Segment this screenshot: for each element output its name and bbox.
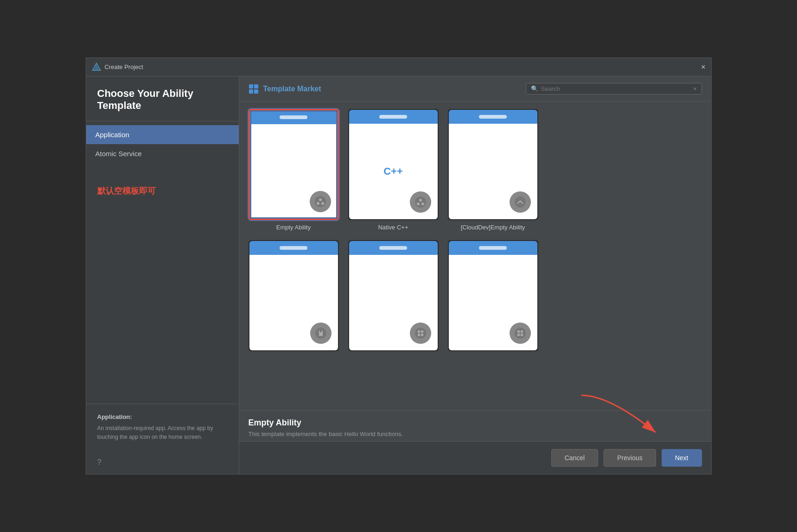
phone-top-bar-2	[349, 110, 438, 124]
phone-icon-6	[510, 323, 531, 344]
sidebar: Choose Your Ability Template Application…	[86, 76, 239, 474]
window-title: Create Project	[105, 63, 701, 70]
phone-top-bar-4	[249, 241, 338, 255]
template-preview-native-cpp[interactable]: C++	[348, 109, 439, 220]
template-name-clouddev: [CloudDev]Empty Ability	[461, 224, 525, 231]
phone-icon-1	[310, 191, 331, 212]
svg-rect-27	[521, 334, 523, 336]
phone-screen-4	[249, 255, 338, 350]
phone-screen-text-2: C++	[383, 165, 403, 177]
template-card-5[interactable]	[348, 240, 439, 355]
phone-mockup-2: C++	[349, 110, 438, 219]
top-bar-indicator-5	[379, 246, 407, 250]
svg-rect-4	[249, 89, 253, 94]
template-name-empty-ability: Empty Ability	[276, 224, 311, 231]
sidebar-item-atomic-service[interactable]: Atomic Service	[86, 144, 239, 163]
svg-rect-20	[421, 330, 423, 333]
footer-title: Application:	[97, 413, 228, 420]
template-preview-5[interactable]	[348, 240, 439, 351]
previous-button[interactable]: Previous	[604, 449, 656, 467]
footer-description: An installation-required app. Access the…	[97, 424, 228, 442]
phone-screen-3	[449, 124, 537, 219]
template-preview-4[interactable]	[249, 240, 339, 351]
phone-top-bar-3	[449, 110, 537, 124]
svg-rect-17	[320, 330, 322, 332]
svg-rect-22	[421, 334, 423, 336]
page-heading: Choose Your Ability Template	[86, 76, 239, 121]
cancel-button[interactable]: Cancel	[551, 449, 599, 467]
svg-rect-21	[418, 334, 420, 336]
svg-rect-19	[418, 330, 420, 333]
template-row-2	[249, 240, 702, 355]
svg-point-10	[415, 196, 426, 208]
help-icon[interactable]: ?	[86, 451, 239, 474]
svg-point-11	[419, 199, 422, 202]
app-logo	[92, 63, 101, 72]
svg-point-7	[319, 198, 322, 201]
top-bar-indicator-3	[479, 115, 507, 119]
svg-point-12	[417, 203, 420, 205]
template-row-1: Empty Ability C++	[249, 109, 702, 231]
sidebar-items: Application Atomic Service	[86, 121, 239, 167]
svg-rect-2	[249, 84, 253, 89]
svg-point-18	[415, 328, 426, 339]
main-content: Template Market 🔍 ×	[239, 76, 711, 474]
search-input[interactable]	[541, 85, 690, 92]
clear-search-icon[interactable]: ×	[693, 85, 697, 92]
market-icon	[249, 84, 259, 94]
top-bar-indicator-4	[280, 246, 307, 250]
phone-icon-2	[410, 191, 431, 213]
sidebar-item-application[interactable]: Application	[86, 125, 239, 144]
svg-rect-24	[517, 330, 520, 333]
phone-icon-4	[310, 323, 332, 344]
toolbar-left: Template Market	[249, 84, 321, 94]
sidebar-footer: Application: An installation-required ap…	[86, 404, 239, 451]
next-button[interactable]: Next	[662, 449, 702, 467]
toolbar-title: Template Market	[263, 85, 321, 93]
phone-icon-5	[410, 323, 431, 344]
top-bar-indicator-1	[280, 115, 307, 119]
phone-mockup-3	[449, 110, 537, 219]
close-button[interactable]: ×	[701, 63, 705, 71]
template-card-clouddev[interactable]: [CloudDev]Empty Ability	[448, 109, 538, 231]
bottom-info: Empty Ability This template implements t…	[239, 410, 711, 441]
top-bar-indicator-6	[479, 246, 507, 250]
svg-point-6	[315, 196, 326, 207]
phone-mockup-1	[250, 110, 338, 219]
template-card-empty-ability[interactable]: Empty Ability	[249, 109, 339, 231]
svg-point-13	[421, 203, 424, 205]
template-preview-6[interactable]	[448, 240, 538, 351]
template-card-native-cpp[interactable]: C++	[348, 109, 439, 231]
template-preview-clouddev[interactable]	[448, 109, 538, 220]
svg-point-8	[317, 202, 319, 205]
phone-mockup-6	[449, 241, 537, 350]
phone-screen-1	[250, 124, 338, 219]
phone-top-bar-1	[250, 110, 338, 124]
phone-screen-5	[349, 255, 438, 350]
svg-point-23	[515, 328, 526, 339]
phone-icon-3	[510, 191, 531, 213]
phone-screen-6	[449, 255, 537, 350]
search-box: 🔍 ×	[526, 83, 702, 95]
footer-buttons: Cancel Previous Next	[239, 441, 711, 474]
template-card-6[interactable]	[448, 240, 538, 355]
main-toolbar: Template Market 🔍 ×	[239, 76, 711, 101]
template-name-native-cpp: Native C++	[378, 224, 408, 231]
phone-mockup-4	[249, 241, 338, 350]
phone-mockup-5	[349, 241, 438, 350]
template-preview-empty-ability[interactable]	[249, 109, 339, 220]
svg-rect-5	[254, 89, 258, 94]
phone-top-bar-5	[349, 241, 438, 255]
title-bar: Create Project ×	[86, 58, 711, 76]
svg-rect-25	[521, 330, 523, 333]
top-bar-indicator-2	[379, 115, 407, 119]
selected-template-desc: This template implements the basic Hello…	[249, 431, 702, 437]
svg-rect-3	[254, 84, 258, 89]
annotation-text: 默认空模板即可	[86, 176, 239, 206]
template-card-4[interactable]	[249, 240, 339, 355]
selected-template-name: Empty Ability	[249, 418, 702, 428]
create-project-window: Create Project × Choose Your Ability Tem…	[86, 57, 712, 475]
phone-screen-2: C++	[349, 124, 438, 219]
svg-point-9	[321, 202, 324, 205]
template-grid: Empty Ability C++	[239, 101, 711, 410]
